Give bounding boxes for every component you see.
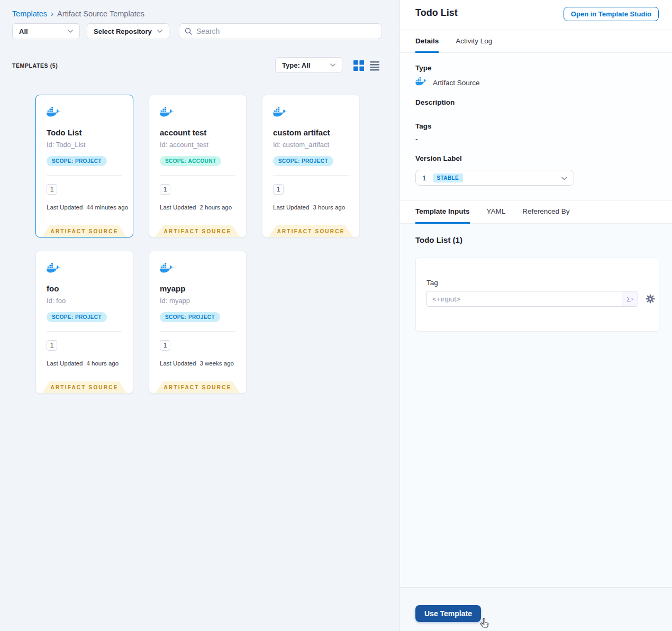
templates-list-panel: Templates › Artifact Source Templates Al… <box>0 0 400 631</box>
grid-view-toggle-icon[interactable] <box>353 60 364 73</box>
details-section: Type Artifact Source Description Tags - … <box>400 53 672 199</box>
breadcrumb-templates-link[interactable]: Templates <box>12 10 47 18</box>
repository-filter-value: Select Repository <box>94 28 152 35</box>
template-details-panel: Todo List Open in Template Studio Detail… <box>400 0 672 631</box>
chevron-down-icon <box>330 63 335 67</box>
docker-icon <box>47 107 61 120</box>
template-card[interactable]: myapp Id: myapp SCOPE: PROJECT 1 Last Up… <box>149 251 247 394</box>
description-label: Description <box>415 98 455 106</box>
template-card-id: Id: custom_artifact <box>273 141 329 149</box>
expression-sigma-button[interactable]: Σx <box>622 291 638 306</box>
details-title: Todo List <box>415 7 458 19</box>
docker-icon <box>160 263 174 276</box>
last-updated-value: 44 minutes ago <box>86 204 128 211</box>
template-card-id: Id: account_test <box>160 141 208 149</box>
template-card[interactable]: Todo List Id: Todo_List SCOPE: PROJECT 1… <box>35 95 133 237</box>
details-header: Todo List Open in Template Studio <box>400 0 672 30</box>
docker-icon <box>273 107 287 120</box>
scope-filter-dropdown[interactable]: All <box>12 23 80 39</box>
last-updated-value: 4 hours ago <box>86 360 119 367</box>
template-card-title: custom artifact <box>273 128 330 137</box>
scope-badge: SCOPE: PROJECT <box>160 312 220 322</box>
version-count-chip: 1 <box>160 340 170 351</box>
type-filter-value: Type: All <box>282 61 310 69</box>
version-count-chip: 1 <box>160 184 170 195</box>
templates-count-label: TEMPLATES (5) <box>12 62 58 69</box>
type-filter-dropdown[interactable]: Type: All <box>275 57 342 73</box>
scope-badge: SCOPE: PROJECT <box>47 312 107 322</box>
template-card-id: Id: myapp <box>160 297 190 305</box>
stable-badge: STABLE <box>433 173 464 182</box>
last-updated-label: Last Updated <box>47 204 83 211</box>
last-updated-value: 2 hours ago <box>199 204 232 211</box>
tab-activity-log[interactable]: Activity Log <box>456 30 492 53</box>
breadcrumb-separator-icon: › <box>51 9 53 18</box>
chevron-down-icon <box>68 30 73 33</box>
open-in-template-studio-button[interactable]: Open in Template Studio <box>564 7 659 21</box>
template-card[interactable]: account test Id: account_test SCOPE: ACC… <box>149 95 247 237</box>
docker-icon <box>415 77 428 88</box>
card-divider <box>47 331 122 332</box>
template-card-title: Todo List <box>47 128 81 137</box>
last-updated-label: Last Updated <box>160 360 196 367</box>
scope-filter-value: All <box>19 28 28 35</box>
artifact-source-ribbon: ARTIFACT SOURCE <box>156 381 240 393</box>
inputs-card: Tag Σx <box>415 258 659 332</box>
last-updated-value: 3 weeks ago <box>199 360 234 367</box>
use-template-button[interactable]: Use Template <box>415 605 481 622</box>
tag-input-wrapper: Σx <box>426 291 638 307</box>
last-updated: Last Updated 4 hours ago <box>47 360 119 367</box>
last-updated: Last Updated 2 hours ago <box>160 204 232 211</box>
card-divider <box>273 175 349 176</box>
breadcrumb: Templates › Artifact Source Templates <box>12 9 144 18</box>
version-dropdown[interactable]: 1 STABLE <box>415 170 574 186</box>
last-updated: Last Updated 3 hours ago <box>273 204 345 211</box>
repository-filter-dropdown[interactable]: Select Repository <box>87 23 169 39</box>
tags-value: - <box>415 135 418 143</box>
tab-template-inputs[interactable]: Template Inputs <box>415 200 470 224</box>
template-card-title: account test <box>160 128 206 137</box>
artifact-source-ribbon: ARTIFACT SOURCE <box>42 381 127 393</box>
template-inputs-tabbar: Template Inputs YAML Referenced By <box>400 200 672 224</box>
template-card[interactable]: custom artifact Id: custom_artifact SCOP… <box>262 95 360 237</box>
tag-field-row: Σx <box>426 291 655 307</box>
scope-badge: SCOPE: PROJECT <box>47 156 107 166</box>
tab-details[interactable]: Details <box>415 30 439 53</box>
template-card-id: Id: Todo_List <box>47 141 85 149</box>
template-inputs-content: Todo List (1) Tag Σx <box>400 224 672 587</box>
tag-input[interactable] <box>427 295 622 303</box>
details-tabbar: Details Activity Log <box>400 30 672 53</box>
card-divider <box>160 175 235 176</box>
tab-yaml[interactable]: YAML <box>487 200 506 224</box>
version-value: 1 <box>422 174 426 182</box>
docker-icon <box>47 263 61 276</box>
tags-label: Tags <box>415 122 432 130</box>
scope-badge: SCOPE: PROJECT <box>273 156 333 166</box>
template-cards-grid: Todo List Id: Todo_List SCOPE: PROJECT 1… <box>35 95 360 394</box>
details-footer: Use Template <box>400 587 672 631</box>
version-count-chip: 1 <box>47 184 57 195</box>
last-updated: Last Updated 3 weeks ago <box>160 360 234 367</box>
scope-badge: SCOPE: ACCOUNT <box>160 156 221 166</box>
artifact-source-ribbon: ARTIFACT SOURCE <box>42 225 127 237</box>
card-divider <box>160 331 235 332</box>
artifact-source-ribbon: ARTIFACT SOURCE <box>156 225 240 237</box>
gear-icon[interactable] <box>646 294 655 304</box>
type-label: Type <box>415 64 432 72</box>
version-label: Version Label <box>415 154 462 162</box>
chevron-down-icon <box>157 30 162 33</box>
type-value-row: Artifact Source <box>415 77 480 88</box>
template-card-id: Id: foo <box>47 297 66 305</box>
inputs-section-title: Todo List (1) <box>415 235 462 244</box>
version-count-chip: 1 <box>273 184 284 195</box>
docker-icon <box>160 107 174 120</box>
search-icon <box>185 28 192 35</box>
tag-field-label: Tag <box>426 279 438 287</box>
last-updated-label: Last Updated <box>47 360 83 367</box>
list-view-toggle-icon[interactable] <box>369 60 380 73</box>
last-updated-label: Last Updated <box>273 204 309 211</box>
artifact-source-ribbon: ARTIFACT SOURCE <box>269 225 353 237</box>
template-card[interactable]: foo Id: foo SCOPE: PROJECT 1 Last Update… <box>35 251 133 394</box>
search-input[interactable] <box>196 27 376 35</box>
tab-referenced-by[interactable]: Referenced By <box>522 200 569 224</box>
